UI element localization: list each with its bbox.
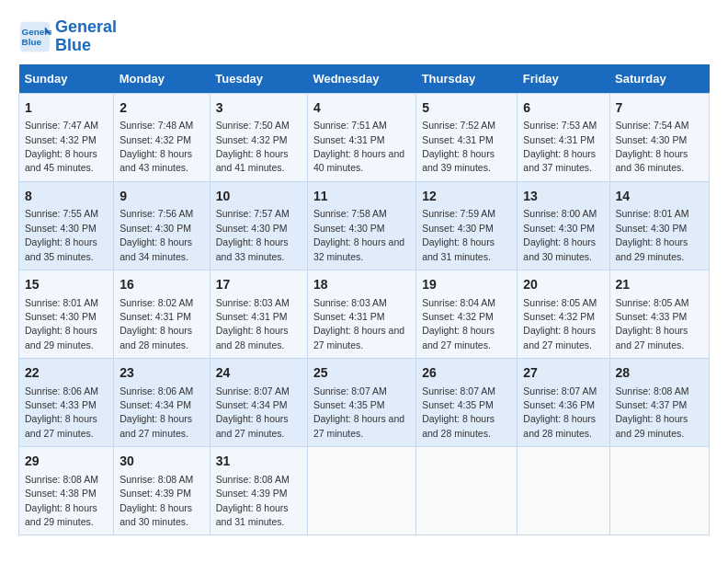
day-number: 23 <box>119 364 204 383</box>
daylight-text: Daylight: 8 hours and 32 minutes. <box>313 236 404 261</box>
calendar-cell: 1 Sunrise: 7:47 AM Sunset: 4:32 PM Dayli… <box>19 93 114 181</box>
daylight-text: Daylight: 8 hours and 31 minutes. <box>422 236 495 261</box>
sunrise-text: Sunrise: 7:59 AM <box>422 208 495 219</box>
calendar-cell: 21 Sunrise: 8:05 AM Sunset: 4:33 PM Dayl… <box>609 270 710 358</box>
day-number: 6 <box>523 99 603 118</box>
sunset-text: Sunset: 4:30 PM <box>313 223 385 234</box>
calendar-cell: 20 Sunrise: 8:05 AM Sunset: 4:32 PM Dayl… <box>518 270 609 358</box>
sunset-text: Sunset: 4:31 PM <box>216 311 288 322</box>
calendar-cell <box>518 447 609 535</box>
sunrise-text: Sunrise: 8:03 AM <box>313 297 387 308</box>
daylight-text: Daylight: 8 hours and 27 minutes. <box>523 325 596 350</box>
calendar-cell: 6 Sunrise: 7:53 AM Sunset: 4:31 PM Dayli… <box>518 93 609 181</box>
calendar-cell: 18 Sunrise: 8:03 AM Sunset: 4:31 PM Dayl… <box>307 270 415 358</box>
sunset-text: Sunset: 4:35 PM <box>313 399 385 410</box>
svg-text:Blue: Blue <box>22 37 42 47</box>
daylight-text: Daylight: 8 hours and 39 minutes. <box>422 148 495 173</box>
daylight-text: Daylight: 8 hours and 31 minutes. <box>216 502 289 527</box>
calendar-cell: 12 Sunrise: 7:59 AM Sunset: 4:30 PM Dayl… <box>416 181 518 270</box>
sunset-text: Sunset: 4:31 PM <box>313 311 385 322</box>
sunset-text: Sunset: 4:30 PM <box>523 223 595 234</box>
sunset-text: Sunset: 4:33 PM <box>616 311 688 322</box>
sunrise-text: Sunrise: 7:52 AM <box>422 120 495 131</box>
calendar-week-row: 22 Sunrise: 8:06 AM Sunset: 4:33 PM Dayl… <box>19 359 710 447</box>
day-number: 27 <box>523 364 603 383</box>
day-number: 5 <box>422 99 511 118</box>
calendar-cell: 11 Sunrise: 7:58 AM Sunset: 4:30 PM Dayl… <box>307 181 415 270</box>
calendar-cell: 9 Sunrise: 7:56 AM Sunset: 4:30 PM Dayli… <box>114 181 210 270</box>
daylight-text: Daylight: 8 hours and 29 minutes. <box>616 236 688 261</box>
day-number: 25 <box>313 364 410 383</box>
day-number: 16 <box>119 276 204 294</box>
calendar-week-row: 29 Sunrise: 8:08 AM Sunset: 4:38 PM Dayl… <box>19 447 710 535</box>
sunrise-text: Sunrise: 7:47 AM <box>25 120 98 131</box>
daylight-text: Daylight: 8 hours and 37 minutes. <box>523 148 596 173</box>
daylight-text: Daylight: 8 hours and 29 minutes. <box>25 325 97 350</box>
calendar-cell: 14 Sunrise: 8:01 AM Sunset: 4:30 PM Dayl… <box>609 181 710 270</box>
sunset-text: Sunset: 4:33 PM <box>25 399 97 410</box>
day-number: 17 <box>216 276 301 294</box>
day-number: 12 <box>422 188 511 206</box>
sunrise-text: Sunrise: 8:08 AM <box>216 474 290 485</box>
daylight-text: Daylight: 8 hours and 29 minutes. <box>616 413 688 438</box>
calendar-cell: 2 Sunrise: 7:48 AM Sunset: 4:32 PM Dayli… <box>114 93 210 181</box>
sunrise-text: Sunrise: 7:54 AM <box>616 120 689 131</box>
day-number: 7 <box>616 99 704 118</box>
calendar-cell: 4 Sunrise: 7:51 AM Sunset: 4:31 PM Dayli… <box>307 93 415 181</box>
header-cell-saturday: Saturday <box>609 64 710 94</box>
day-number: 14 <box>616 188 704 206</box>
sunset-text: Sunset: 4:32 PM <box>216 134 288 145</box>
sunset-text: Sunset: 4:39 PM <box>216 488 288 499</box>
sunrise-text: Sunrise: 7:57 AM <box>216 208 290 219</box>
calendar-cell: 5 Sunrise: 7:52 AM Sunset: 4:31 PM Dayli… <box>416 93 518 181</box>
day-number: 29 <box>25 453 108 471</box>
sunset-text: Sunset: 4:30 PM <box>119 223 191 234</box>
sunrise-text: Sunrise: 7:56 AM <box>119 208 193 219</box>
daylight-text: Daylight: 8 hours and 36 minutes. <box>616 148 688 173</box>
sunrise-text: Sunrise: 7:53 AM <box>523 120 597 131</box>
daylight-text: Daylight: 8 hours and 45 minutes. <box>25 148 97 173</box>
calendar-week-row: 1 Sunrise: 7:47 AM Sunset: 4:32 PM Dayli… <box>19 93 710 181</box>
daylight-text: Daylight: 8 hours and 30 minutes. <box>119 502 192 527</box>
sunset-text: Sunset: 4:32 PM <box>25 134 97 145</box>
day-number: 4 <box>313 99 410 118</box>
sunrise-text: Sunrise: 8:03 AM <box>216 297 290 308</box>
sunset-text: Sunset: 4:34 PM <box>216 399 288 410</box>
day-number: 28 <box>616 364 704 383</box>
calendar-cell: 26 Sunrise: 8:07 AM Sunset: 4:35 PM Dayl… <box>416 359 518 447</box>
header-cell-monday: Monday <box>114 64 210 94</box>
daylight-text: Daylight: 8 hours and 27 minutes. <box>422 325 495 350</box>
daylight-text: Daylight: 8 hours and 28 minutes. <box>216 325 289 350</box>
sunrise-text: Sunrise: 8:06 AM <box>25 385 98 396</box>
calendar-cell: 25 Sunrise: 8:07 AM Sunset: 4:35 PM Dayl… <box>307 359 415 447</box>
calendar-cell: 3 Sunrise: 7:50 AM Sunset: 4:32 PM Dayli… <box>210 93 307 181</box>
header-cell-thursday: Thursday <box>416 64 518 94</box>
sunrise-text: Sunrise: 8:08 AM <box>616 385 689 396</box>
daylight-text: Daylight: 8 hours and 30 minutes. <box>523 236 596 261</box>
sunrise-text: Sunrise: 8:05 AM <box>523 297 597 308</box>
daylight-text: Daylight: 8 hours and 33 minutes. <box>216 236 289 261</box>
day-number: 15 <box>25 276 108 294</box>
sunset-text: Sunset: 4:30 PM <box>422 223 494 234</box>
sunrise-text: Sunrise: 8:07 AM <box>216 385 290 396</box>
sunset-text: Sunset: 4:30 PM <box>616 223 688 234</box>
sunrise-text: Sunrise: 8:04 AM <box>422 297 495 308</box>
logo-icon: General Blue <box>18 20 51 53</box>
calendar-cell <box>416 447 518 535</box>
sunset-text: Sunset: 4:31 PM <box>313 134 385 145</box>
day-number: 19 <box>422 276 511 294</box>
sunrise-text: Sunrise: 7:58 AM <box>313 208 387 219</box>
calendar-cell: 19 Sunrise: 8:04 AM Sunset: 4:32 PM Dayl… <box>416 270 518 358</box>
daylight-text: Daylight: 8 hours and 27 minutes. <box>313 413 404 438</box>
day-number: 11 <box>313 188 410 206</box>
sunrise-text: Sunrise: 8:00 AM <box>523 208 597 219</box>
daylight-text: Daylight: 8 hours and 41 minutes. <box>216 148 289 173</box>
calendar-cell <box>609 447 710 535</box>
logo: General Blue GeneralBlue <box>18 18 117 55</box>
sunrise-text: Sunrise: 8:06 AM <box>119 385 193 396</box>
day-number: 20 <box>523 276 603 294</box>
daylight-text: Daylight: 8 hours and 28 minutes. <box>523 413 596 438</box>
calendar-cell: 16 Sunrise: 8:02 AM Sunset: 4:31 PM Dayl… <box>114 270 210 358</box>
calendar-cell: 24 Sunrise: 8:07 AM Sunset: 4:34 PM Dayl… <box>210 359 307 447</box>
sunset-text: Sunset: 4:30 PM <box>25 311 97 322</box>
